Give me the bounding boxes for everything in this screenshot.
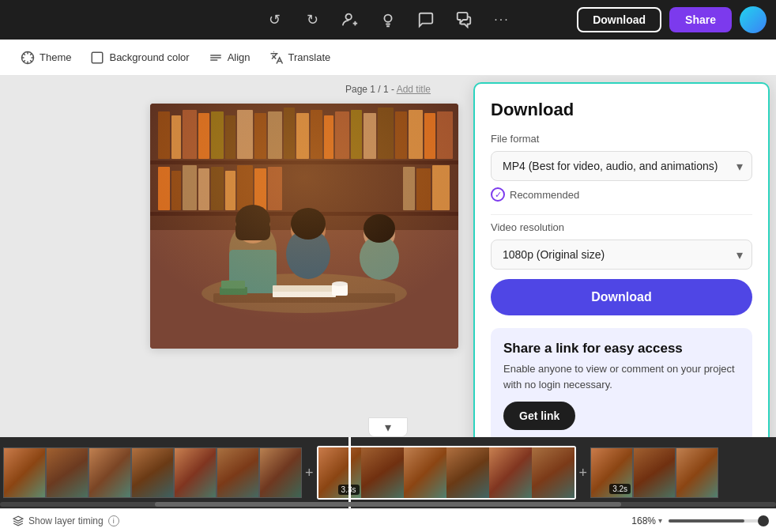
background-color-tool[interactable]: Background color (82, 46, 197, 70)
active-thumbnail-6 (532, 447, 574, 498)
redo-icon: ↻ (307, 11, 318, 28)
active-thumbnail-4 (446, 447, 489, 498)
zoom-slider[interactable] (669, 519, 763, 523)
more-button[interactable]: ··· (488, 6, 516, 34)
active-thumbnail-3 (404, 447, 446, 498)
thumbnail[interactable] (131, 447, 174, 498)
translate-label: Translate (288, 51, 331, 63)
share-section: Share a link for easy access Enable anyo… (491, 328, 752, 437)
video-resolution-label: Video resolution (491, 221, 752, 233)
svg-point-0 (346, 14, 352, 20)
second-thumbnail-2 (633, 447, 676, 498)
redo-button[interactable]: ↻ (298, 6, 326, 34)
secondary-toolbar: Theme Background color Align Translate (0, 40, 776, 76)
top-toolbar: ↺ ↻ ··· Down (0, 0, 776, 40)
timeline-track[interactable]: + 3.3s + 3.2s (0, 437, 776, 508)
svg-marker-67 (13, 516, 23, 521)
download-panel: Download File format MP4 (Best for video… (473, 82, 770, 437)
info-icon[interactable]: i (108, 515, 119, 526)
zoom-percentage: 168% (631, 515, 656, 526)
canvas-image (150, 104, 458, 349)
add-user-button[interactable] (336, 6, 364, 34)
zoom-level-display[interactable]: 168% ▾ (631, 515, 662, 526)
recommended-label: Recommended (510, 189, 579, 201)
chat-icon (455, 11, 473, 28)
file-format-label: File format (491, 133, 752, 145)
share-button[interactable]: Share (669, 7, 732, 32)
download-action-button[interactable]: Download (491, 279, 752, 315)
comment-icon (417, 11, 435, 28)
background-color-label: Background color (109, 51, 189, 63)
download-header-button[interactable]: Download (577, 7, 661, 32)
second-segment[interactable]: 3.2s (590, 447, 718, 498)
more-icon: ··· (494, 13, 509, 27)
thumbnail[interactable] (174, 447, 217, 498)
toolbar-center: ↺ ↻ ··· (260, 6, 516, 34)
share-title: Share a link for easy access (503, 341, 740, 357)
show-layer-label: Show layer timing (28, 515, 104, 526)
comment-button[interactable] (412, 6, 440, 34)
translate-tool[interactable]: Translate (262, 46, 339, 70)
expand-icon: ▾ (385, 421, 391, 434)
zoom-slider-fill (669, 519, 744, 523)
segment-duration: 3.3s (338, 485, 360, 495)
avatar[interactable] (740, 6, 767, 33)
svg-rect-5 (92, 52, 104, 63)
expand-arrow-button[interactable]: ▾ (368, 417, 408, 437)
second-thumbnail-1: 3.2s (590, 447, 633, 498)
active-thumbnail-5 (489, 447, 532, 498)
recommended-badge: ✓ Recommended (491, 187, 752, 202)
check-icon: ✓ (491, 187, 505, 202)
bulb-icon (379, 11, 397, 28)
get-link-button[interactable]: Get link (503, 402, 575, 430)
second-segment-duration: 3.2s (609, 484, 631, 494)
thumb-group-1 (3, 447, 302, 498)
thumbnail[interactable] (89, 447, 131, 498)
theme-tool[interactable]: Theme (13, 46, 79, 70)
zoom-control: 168% ▾ (631, 515, 763, 526)
active-thumbnail-2 (361, 447, 404, 498)
timeline-scrollbar[interactable] (0, 502, 776, 507)
add-title-link[interactable]: Add title (397, 84, 431, 95)
main-area: Page 1 / 1 - Add title (0, 76, 776, 437)
layers-icon (13, 515, 24, 526)
timeline-scrollbar-thumb[interactable] (155, 502, 620, 507)
align-label: Align (228, 51, 251, 63)
resolution-select[interactable]: 1080p (Original size) 720p 480p (491, 240, 752, 270)
background-icon (90, 51, 104, 65)
page-separator: - (389, 84, 397, 95)
share-description: Enable anyone to view or comment on your… (503, 361, 740, 392)
align-tool[interactable]: Align (201, 46, 258, 70)
divider (491, 214, 752, 215)
thumbnail[interactable] (3, 447, 46, 498)
chat-button[interactable] (450, 6, 478, 34)
thumbnail[interactable] (217, 447, 259, 498)
second-thumbnail-3 (676, 447, 718, 498)
resolution-wrapper: 1080p (Original size) 720p 480p ▾ (491, 240, 752, 270)
zoom-slider-thumb[interactable] (758, 515, 769, 526)
thumbnail[interactable] (259, 447, 302, 498)
undo-icon: ↺ (269, 11, 281, 28)
toolbar-right: Download Share (577, 6, 767, 33)
show-layer-timing[interactable]: Show layer timing i (13, 515, 119, 526)
plus-separator-1[interactable]: + (302, 465, 317, 481)
translate-icon (269, 51, 284, 65)
bottom-bar: Show layer timing i 168% ▾ (0, 508, 776, 532)
page-number: Page 1 / 1 (345, 84, 389, 95)
file-format-wrapper: MP4 (Best for video, audio, and animatio… (491, 151, 752, 181)
plus-separator-2[interactable]: + (576, 465, 591, 481)
timeline-area: + 3.3s + 3.2s (0, 437, 776, 508)
active-thumbnail-1: 3.3s (318, 447, 361, 498)
svg-point-3 (384, 15, 391, 22)
magic-button[interactable] (374, 6, 402, 34)
thumbnail[interactable] (46, 447, 89, 498)
theme-icon (21, 51, 35, 65)
file-format-select[interactable]: MP4 (Best for video, audio, and animatio… (491, 151, 752, 181)
add-user-icon (341, 11, 359, 28)
svg-rect-66 (150, 104, 458, 349)
active-segment[interactable]: 3.3s (317, 446, 576, 500)
undo-button[interactable]: ↺ (260, 6, 288, 34)
panel-title: Download (491, 100, 752, 120)
canvas-page (150, 104, 458, 349)
theme-label: Theme (40, 51, 71, 63)
